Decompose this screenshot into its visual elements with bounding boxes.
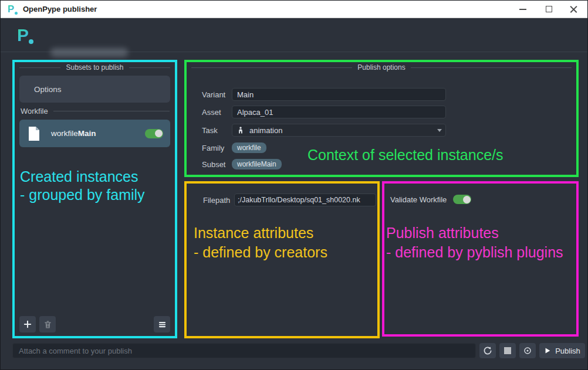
subset-row: Subset workfileMain (187, 158, 576, 170)
instance-attributes-panel: Filepath (184, 181, 380, 338)
logo-letter: P (8, 4, 14, 15)
maximize-icon (546, 6, 552, 12)
family-label: Family (202, 144, 224, 152)
options-button-label: Options (34, 85, 62, 94)
publish-button[interactable]: Publish (539, 343, 585, 358)
instance-row-workfile-main[interactable]: workfileMain (19, 120, 170, 147)
variant-input[interactable] (232, 88, 446, 101)
target-icon (523, 346, 532, 355)
plus-icon (23, 320, 32, 329)
person-icon (236, 126, 245, 134)
delete-instance-button[interactable] (39, 316, 56, 332)
publish-options-panel: Publish options Variant Asset Task anima… (184, 60, 579, 177)
instance-enabled-toggle[interactable] (145, 129, 163, 138)
family-row: Family workfile (187, 142, 576, 154)
play-icon (544, 347, 551, 354)
subsets-panel-title-text: Subsets to publish (66, 63, 123, 72)
openpype-logo-icon: P (17, 25, 36, 45)
logo-dot (29, 39, 33, 44)
context-label-blurred (50, 48, 128, 57)
family-group-label: Workfile (21, 107, 48, 116)
publish-button-label: Publish (555, 347, 580, 355)
task-select[interactable]: animation (232, 124, 446, 137)
stop-icon (504, 347, 511, 354)
publish-options-title: Publish options (191, 63, 572, 72)
family-group-header: Workfile (21, 106, 170, 116)
toggle-knob (155, 130, 163, 137)
task-row: Task animation (187, 124, 576, 137)
subsets-panel: Subsets to publish Options Workfile work… (12, 60, 177, 338)
options-button[interactable]: Options (19, 76, 170, 103)
instance-name: workfileMain (51, 129, 145, 138)
subset-badge: workfileMain (232, 159, 282, 169)
instance-family-text: workfile (51, 129, 78, 138)
filepath-label: Filepath (203, 196, 230, 205)
asset-label: Asset (202, 108, 221, 117)
stop-button[interactable] (499, 343, 516, 358)
file-icon (27, 126, 41, 141)
openpype-logo-icon: P (8, 4, 21, 15)
logo-dot (15, 12, 18, 15)
toggle-knob (463, 196, 471, 203)
minimize-icon (519, 9, 526, 10)
logo-letter: P (17, 25, 29, 45)
chevron-down-icon (437, 129, 442, 132)
maximize-button[interactable] (536, 1, 562, 18)
publish-attributes-panel: Validate Workfile (382, 181, 579, 337)
task-value: animation (249, 126, 282, 135)
publish-options-title-text: Publish options (357, 63, 405, 72)
filepath-input[interactable] (234, 194, 376, 206)
comment-input[interactable] (12, 343, 476, 358)
minimize-button[interactable] (510, 1, 536, 18)
close-button[interactable] (560, 1, 586, 18)
instance-variant-text: Main (78, 129, 96, 138)
titlebar: P OpenPype publisher (1, 1, 587, 18)
window-title: OpenPype publisher (23, 5, 97, 13)
add-instance-button[interactable] (19, 316, 36, 332)
validate-button[interactable] (519, 343, 536, 358)
subset-label: Subset (202, 160, 225, 169)
asset-input[interactable] (232, 106, 446, 118)
app-header: P (1, 18, 587, 52)
trash-icon (43, 320, 52, 329)
variant-label: Variant (202, 90, 225, 99)
refresh-icon (483, 346, 492, 355)
publisher-window: P OpenPype publisher P Subsets to publis… (0, 0, 588, 370)
instance-list-menu-button[interactable] (154, 316, 170, 332)
reset-button[interactable] (479, 343, 496, 358)
asset-row: Asset (187, 106, 576, 118)
close-icon (570, 5, 577, 13)
task-label: Task (202, 126, 218, 135)
family-badge: workfile (232, 142, 266, 153)
validate-workfile-toggle[interactable] (453, 195, 471, 204)
hamburger-menu-icon (158, 320, 167, 329)
validate-workfile-label: Validate Workfile (390, 195, 447, 204)
variant-row: Variant (187, 88, 576, 101)
subsets-panel-title: Subsets to publish (19, 63, 170, 72)
